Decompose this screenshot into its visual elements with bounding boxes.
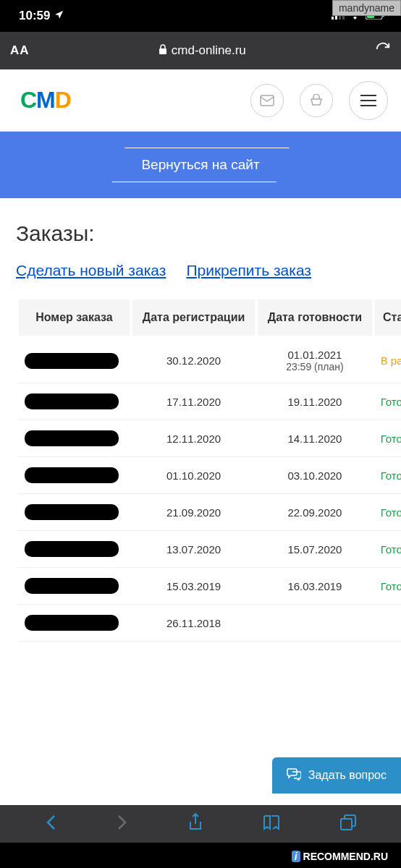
new-order-link[interactable]: Сделать новый заказ [16, 262, 166, 279]
table-row[interactable]: 21.09.2020 22.09.2020 Гото [17, 494, 401, 531]
cell-status: Гото [373, 457, 401, 494]
chat-button[interactable]: Задать вопрос [272, 757, 401, 793]
cell-ready: 03.10.2020 [256, 457, 373, 494]
table-row[interactable]: 17.11.2020 19.11.2020 Гото [17, 383, 401, 420]
table-row[interactable]: 12.11.2020 14.11.2020 Гото [17, 420, 401, 457]
table-row[interactable]: 30.12.2020 01.01.202123:59 (план) В раб [17, 337, 401, 383]
cell-reg: 15.03.2019 [131, 568, 256, 605]
redacted-order-id [25, 467, 119, 483]
redacted-order-id [25, 541, 119, 557]
cell-ready: 16.03.2019 [256, 568, 373, 605]
table-row[interactable]: 26.11.2018 [17, 605, 401, 642]
cell-ready: 22.09.2020 [256, 494, 373, 531]
back-icon[interactable] [45, 814, 56, 833]
reload-icon[interactable] [375, 41, 391, 60]
watermark-tag: mandyname [332, 0, 401, 16]
cell-status: Гото [373, 531, 401, 568]
status-time: 10:59 [19, 9, 50, 23]
cell-reg: 01.10.2020 [131, 457, 256, 494]
cell-reg: 13.07.2020 [131, 531, 256, 568]
th-ready: Дата готовности [256, 298, 373, 337]
location-icon [54, 9, 64, 23]
logo[interactable]: CMD [20, 87, 71, 114]
lock-icon [159, 43, 167, 58]
table-row[interactable]: 15.03.2019 16.03.2019 Гото [17, 568, 401, 605]
cell-status: Гото [373, 568, 401, 605]
cell-ready [256, 605, 373, 642]
orders-table: Номер заказа Дата регистрации Дата готов… [16, 297, 401, 642]
cell-reg: 26.11.2018 [131, 605, 256, 642]
watermark-footer: iRECOMMEND.RU [287, 849, 392, 864]
cell-status: Гото [373, 383, 401, 420]
menu-button[interactable] [349, 81, 388, 120]
site-header: CMD [0, 69, 401, 132]
cell-reg: 17.11.2020 [131, 383, 256, 420]
redacted-order-id [25, 504, 119, 520]
cell-ready: 14.11.2020 [256, 420, 373, 457]
cell-reg: 30.12.2020 [131, 337, 256, 383]
redacted-order-id [25, 578, 119, 594]
bookmarks-icon[interactable] [263, 814, 280, 833]
cell-ready: 01.01.202123:59 (план) [256, 337, 373, 383]
cart-icon[interactable] [300, 84, 333, 117]
redacted-order-id [25, 430, 119, 446]
banner: Вернуться на сайт [0, 132, 401, 198]
cell-reg: 12.11.2020 [131, 420, 256, 457]
cell-status: В раб [373, 337, 401, 383]
cell-ready: 15.07.2020 [256, 531, 373, 568]
attach-order-link[interactable]: Прикрепить заказ [186, 262, 311, 279]
svg-rect-8 [261, 95, 274, 106]
return-button[interactable]: Вернуться на сайт [111, 148, 289, 182]
browser-toolbar [0, 805, 401, 843]
svg-rect-7 [159, 48, 166, 54]
cell-reg: 21.09.2020 [131, 494, 256, 531]
table-row[interactable]: 01.10.2020 03.10.2020 Гото [17, 457, 401, 494]
url-bar: AA cmd-online.ru [0, 32, 401, 69]
mail-icon[interactable] [250, 84, 284, 117]
svg-rect-12 [341, 819, 352, 830]
cell-status: Гото [373, 494, 401, 531]
url-domain[interactable]: cmd-online.ru [40, 43, 365, 58]
svg-rect-0 [332, 17, 334, 20]
th-reg: Дата регистрации [131, 298, 256, 337]
th-order: Номер заказа [17, 298, 131, 337]
redacted-order-id [25, 393, 119, 409]
cell-ready: 19.11.2020 [256, 383, 373, 420]
text-size-button[interactable]: AA [10, 43, 30, 58]
share-icon[interactable] [188, 813, 203, 835]
cell-status: Гото [373, 420, 401, 457]
cell-status [373, 605, 401, 642]
chat-icon [287, 767, 301, 783]
forward-icon[interactable] [117, 814, 128, 833]
th-status: Стат [373, 298, 401, 337]
redacted-order-id [25, 353, 119, 369]
tabs-icon[interactable] [340, 814, 356, 833]
table-row[interactable]: 13.07.2020 15.07.2020 Гото [17, 531, 401, 568]
redacted-order-id [25, 615, 119, 631]
page-title: Заказы: [0, 198, 401, 262]
